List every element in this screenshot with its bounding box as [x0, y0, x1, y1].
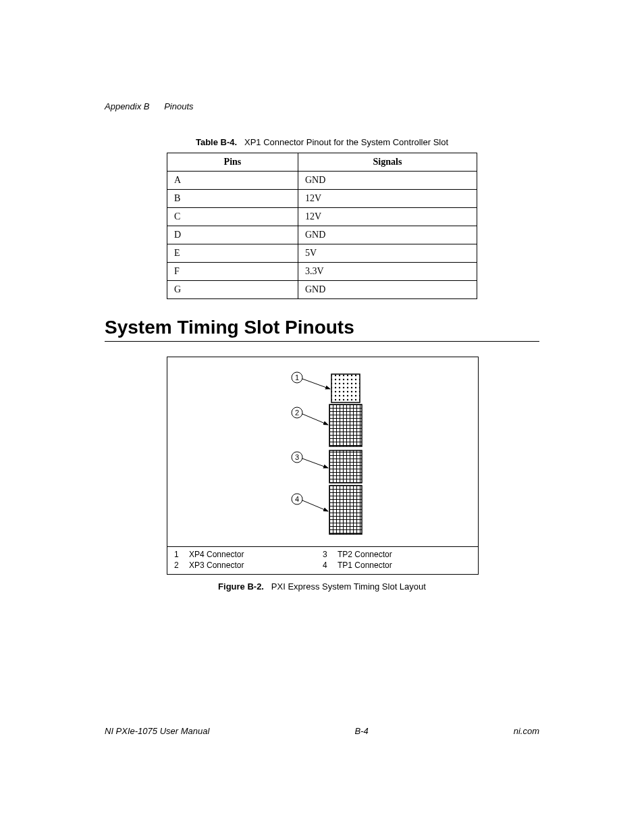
callout-line-1	[302, 379, 330, 389]
footer-center: B-4	[354, 726, 368, 736]
section-rule	[105, 341, 539, 342]
header-section: Pinouts	[164, 101, 193, 111]
callout-num-1: 1	[295, 373, 299, 382]
page-header: Appendix B Pinouts	[105, 101, 539, 111]
table-caption-label: Table B-4.	[196, 137, 237, 147]
connector-tp2	[329, 450, 362, 483]
connector-tp1	[329, 486, 362, 534]
figure-caption-label: Figure B-2.	[218, 581, 264, 592]
callout-num-4: 4	[295, 495, 299, 503]
callout-num-2: 2	[295, 409, 299, 417]
page-footer: NI PXIe-1075 User Manual B-4 ni.com	[105, 726, 539, 736]
table-row: GGND	[167, 281, 477, 299]
connector-xp3	[329, 405, 362, 446]
header-appendix: Appendix B	[105, 101, 150, 111]
figure-caption-text: PXI Express System Timing Slot Layout	[271, 581, 426, 592]
callout-line-4	[302, 500, 328, 511]
connector-xp4	[331, 374, 360, 402]
table-row: DGND	[167, 226, 477, 244]
figure-box: 1 2 3 4	[167, 357, 479, 575]
table-row: C12V	[167, 208, 477, 226]
callout-line-2	[302, 414, 328, 425]
table-row: F3.3V	[167, 263, 477, 281]
table-caption-text: XP1 Connector Pinout for the System Cont…	[244, 137, 448, 147]
figure-wrap: 1 2 3 4	[167, 357, 477, 592]
col-header-pins: Pins	[167, 153, 298, 172]
footer-left: NI PXIe-1075 User Manual	[105, 726, 209, 736]
legend-item: 4 TP1 Connector	[323, 561, 471, 570]
callout-num-3: 3	[295, 453, 299, 461]
legend-item: 1 XP4 Connector	[174, 550, 323, 559]
figure-legend: 1 XP4 Connector 2 XP3 Connector 3 TP2 Co…	[167, 546, 478, 574]
table-caption: Table B-4. XP1 Connector Pinout for the …	[105, 137, 539, 147]
table-row: B12V	[167, 190, 477, 208]
connector-layout-svg: 1 2 3 4	[167, 357, 478, 546]
table-row: AGND	[167, 172, 477, 190]
pinout-table: Pins Signals AGND B12V C12V DGND E5V F3.…	[167, 153, 477, 299]
table-row: E5V	[167, 244, 477, 263]
footer-right: ni.com	[514, 726, 539, 736]
section-title: System Timing Slot Pinouts	[105, 317, 539, 338]
figure-caption: Figure B-2. PXI Express System Timing Sl…	[167, 581, 477, 592]
col-header-signals: Signals	[298, 153, 477, 172]
legend-item: 2 XP3 Connector	[174, 561, 323, 570]
legend-item: 3 TP2 Connector	[323, 550, 471, 559]
callout-line-3	[302, 459, 328, 468]
